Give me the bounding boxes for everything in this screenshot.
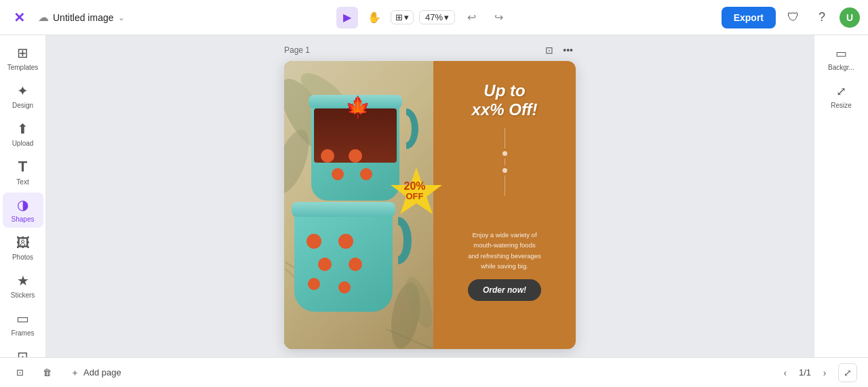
sidebar-label-templates: Templates bbox=[7, 64, 39, 72]
text-icon: T bbox=[18, 158, 27, 176]
divider bbox=[502, 128, 507, 196]
undo-button[interactable]: ↩ bbox=[460, 7, 482, 28]
shapes-icon: ◑ bbox=[17, 197, 28, 213]
bottom-right: ‹ 1/1 › ⤢ bbox=[777, 363, 857, 382]
left-sidebar: ⊞ Templates ✦ Design ⬆ Upload T Text ◑ S… bbox=[0, 35, 46, 357]
sidebar-item-text[interactable]: T Text bbox=[3, 155, 43, 190]
discount-badge: 20% OFF bbox=[389, 166, 440, 217]
order-now-button[interactable]: Order now! bbox=[468, 279, 541, 301]
shield-icon-button[interactable]: 🛡 bbox=[783, 7, 804, 28]
upload-icon: ⬆ bbox=[17, 121, 28, 137]
main-layout: ⊞ Templates ✦ Design ⬆ Upload T Text ◑ S… bbox=[0, 35, 868, 357]
app-logo: ✕ bbox=[8, 7, 30, 28]
body-text: Enjoy a wide variety ofmouth-watering fo… bbox=[468, 230, 541, 271]
right-panel: ▭ Backgr... ⤢ Resize bbox=[814, 35, 868, 357]
sidebar-item-photos[interactable]: 🖼 Photos bbox=[3, 230, 43, 266]
hand-tool-button[interactable]: ✋ bbox=[363, 7, 385, 28]
delete-icon: 🗑 bbox=[43, 367, 52, 378]
stickers-icon: ★ bbox=[17, 272, 29, 289]
view-chevron-icon: ▾ bbox=[404, 12, 409, 22]
zoom-level: 47% bbox=[425, 12, 443, 22]
sidebar-label-stickers: Stickers bbox=[11, 291, 35, 300]
page-counter: 1/1 bbox=[799, 367, 811, 378]
right-panel-background[interactable]: ▭ Backgr... bbox=[818, 41, 865, 76]
resize-icon: ⤢ bbox=[836, 84, 846, 99]
topbar: ✕ ☁ Untitled image ⌄ ▶ ✋ ⊞ ▾ 47% ▾ ↩ ↪ E… bbox=[0, 0, 868, 35]
photos-icon: 🖼 bbox=[16, 235, 30, 251]
background-label: Backgr... bbox=[828, 64, 854, 71]
badge-off: OFF bbox=[403, 192, 425, 202]
help-icon-button[interactable]: ? bbox=[811, 7, 833, 28]
canvas-area[interactable]: Page 1 ⊡ ••• bbox=[46, 35, 814, 357]
document-title[interactable]: Untitled image bbox=[53, 12, 114, 23]
add-page-button[interactable]: ＋ Add page bbox=[65, 364, 127, 382]
topbar-right: Export 🛡 ? U bbox=[722, 7, 860, 28]
sidebar-item-upload[interactable]: ⬆ Upload bbox=[3, 117, 43, 152]
sidebar-label-text: Text bbox=[16, 178, 28, 186]
sidebar-item-frames[interactable]: ▭ Frames bbox=[3, 306, 43, 342]
background-icon: ▭ bbox=[835, 46, 847, 61]
sidebar-label-shapes: Shapes bbox=[12, 216, 35, 224]
page-copy-button[interactable]: ⊡ bbox=[542, 43, 556, 57]
design-icon: ✦ bbox=[17, 83, 28, 99]
sidebar-item-stickers[interactable]: ★ Stickers bbox=[3, 268, 43, 304]
autumn-leaf: 🍁 bbox=[345, 95, 370, 119]
page-actions: ⊡ ••• bbox=[542, 43, 576, 57]
canvas-text-area: Up toxx% Off! Enjoy a wide variety ofmou… bbox=[433, 61, 576, 349]
select-tool-button[interactable]: ▶ bbox=[336, 7, 358, 28]
next-page-button[interactable]: › bbox=[816, 365, 833, 381]
sidebar-item-templates[interactable]: ⊞ Templates bbox=[3, 41, 43, 76]
sidebar-label-frames: Frames bbox=[12, 329, 35, 338]
page-more-button[interactable]: ••• bbox=[560, 43, 576, 57]
sidebar-label-design: Design bbox=[12, 102, 33, 110]
add-page-label: Add page bbox=[83, 367, 121, 378]
copy-icon: ⊡ bbox=[16, 367, 24, 378]
design-canvas[interactable]: 🍁 20% OFF Up toxx% Off! bbox=[284, 61, 576, 349]
cloud-icon: ☁ bbox=[38, 11, 49, 24]
redo-button[interactable]: ↪ bbox=[488, 7, 509, 28]
resize-label: Resize bbox=[831, 102, 852, 109]
sidebar-label-upload: Upload bbox=[12, 140, 34, 148]
collage-icon: ⊡ bbox=[17, 348, 28, 357]
copy-page-button[interactable]: ⊡ bbox=[11, 365, 29, 380]
toolbar-center: ▶ ✋ ⊞ ▾ 47% ▾ ↩ ↪ bbox=[133, 7, 713, 28]
expand-button[interactable]: ⤢ bbox=[838, 363, 857, 382]
zoom-selector[interactable]: 47% ▾ bbox=[419, 10, 455, 24]
page-label: Page 1 bbox=[284, 45, 310, 55]
sidebar-label-photos: Photos bbox=[12, 253, 33, 262]
frames-icon: ▭ bbox=[16, 310, 29, 327]
add-page-icon: ＋ bbox=[71, 367, 79, 379]
sidebar-item-collage[interactable]: ⊡ Collage bbox=[3, 344, 43, 357]
title-group: ☁ Untitled image ⌄ bbox=[38, 11, 125, 24]
export-button[interactable]: Export bbox=[722, 7, 776, 28]
prev-page-button[interactable]: ‹ bbox=[777, 365, 793, 381]
delete-page-button[interactable]: 🗑 bbox=[37, 365, 57, 380]
zoom-chevron-icon: ▾ bbox=[444, 12, 449, 22]
view-icon: ⊞ bbox=[395, 12, 403, 22]
title-chevron-icon[interactable]: ⌄ bbox=[118, 13, 125, 22]
avatar[interactable]: U bbox=[840, 7, 860, 28]
right-panel-resize[interactable]: ⤢ Resize bbox=[818, 79, 865, 114]
page-label-row: Page 1 ⊡ ••• bbox=[284, 43, 576, 57]
badge-percent: 20% bbox=[403, 180, 425, 192]
bottom-bar: ⊡ 🗑 ＋ Add page ‹ 1/1 › ⤢ bbox=[0, 357, 868, 387]
view-mode-selector[interactable]: ⊞ ▾ bbox=[391, 10, 414, 24]
offer-headline: Up toxx% Off! bbox=[472, 81, 538, 119]
sidebar-item-shapes[interactable]: ◑ Shapes bbox=[3, 192, 43, 228]
templates-icon: ⊞ bbox=[17, 45, 28, 61]
sidebar-item-design[interactable]: ✦ Design bbox=[3, 79, 43, 114]
